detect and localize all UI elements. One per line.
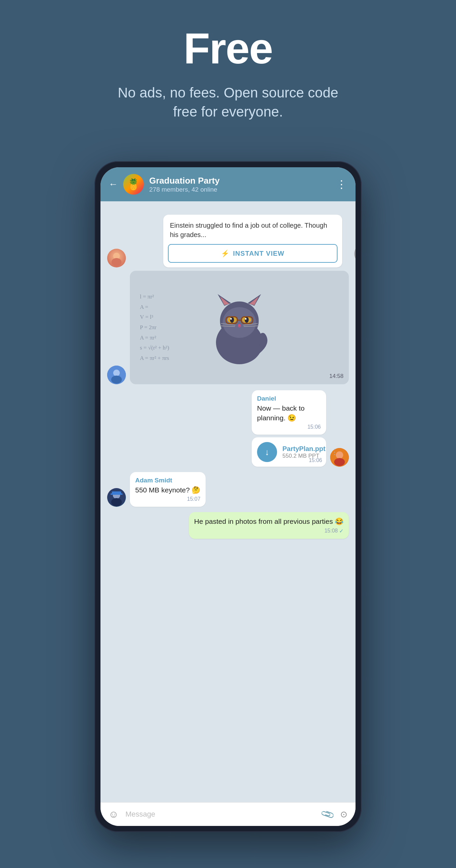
adam-time: 15:07 <box>135 496 200 502</box>
read-tick: ✓ <box>339 528 343 534</box>
attach-button[interactable]: 📎 <box>320 807 335 822</box>
lightning-icon: ⚡ <box>221 249 230 257</box>
phone-wrapper: ← 🍍 Graduation Party 278 members, 42 onl… <box>94 161 362 832</box>
adam-bubble: Adam Smidt 550 MB keynote? 🤔 15:07 <box>130 472 206 507</box>
svg-point-17 <box>230 318 232 320</box>
adam-name: Adam Smidt <box>135 477 200 484</box>
file-name: PartyPlan.ppt <box>282 445 326 453</box>
daniel-messages: Daniel Now — back to planning. 😉 15:06 ↓… <box>227 390 326 467</box>
adam-avatar <box>107 488 126 507</box>
svg-rect-34 <box>111 493 123 495</box>
message-row: Daniel Now — back to planning. 😉 15:06 ↓… <box>100 388 356 469</box>
svg-point-4 <box>113 370 120 376</box>
cat-sticker <box>206 289 273 366</box>
svg-point-18 <box>245 318 247 320</box>
sticker-time: 14:58 <box>329 373 343 380</box>
hero-subtitle: No ads, no fees. Open source code free f… <box>111 84 345 121</box>
own-time: 15:08 ✓ <box>194 528 343 534</box>
svg-point-5 <box>111 376 122 383</box>
phone-outer: ← 🍍 Graduation Party 278 members, 42 onl… <box>94 161 362 832</box>
message-input[interactable]: Message <box>125 810 315 818</box>
chat-header: ← 🍍 Graduation Party 278 members, 42 onl… <box>100 167 356 201</box>
msg-sender: Daniel <box>257 395 321 402</box>
own-msg-row: He pasted in photos from all previous pa… <box>100 509 356 541</box>
group-avatar: 🍍 <box>123 174 144 195</box>
sticker-container: l = πr² A = V = l³ P = 2πr A = πr² s = √… <box>130 271 349 384</box>
sticker-sender-avatar <box>107 366 126 384</box>
svg-point-15 <box>230 317 234 323</box>
svg-point-12 <box>223 307 256 338</box>
hero-section: Free No ads, no fees. Open source code f… <box>0 0 456 141</box>
own-bubble: He pasted in photos from all previous pa… <box>189 512 349 538</box>
camera-button[interactable]: ⊙ <box>340 809 347 819</box>
header-menu-button[interactable]: ⋮ <box>336 178 347 191</box>
file-time: 15:06 <box>309 457 322 463</box>
svg-marker-10 <box>220 297 229 305</box>
adam-text: 550 MB keynote? 🤔 <box>135 486 200 495</box>
group-name: Graduation Party <box>149 176 331 186</box>
msg-time: 15:06 <box>257 424 321 430</box>
back-button[interactable]: ← <box>109 179 118 190</box>
own-text: He pasted in photos from all previous pa… <box>194 517 343 526</box>
adam-row: Adam Smidt 550 MB keynote? 🤔 15:07 <box>100 469 356 509</box>
svg-point-29 <box>334 458 345 466</box>
hero-title: Free <box>184 27 273 70</box>
download-icon[interactable]: ↓ <box>257 442 277 462</box>
spacer <box>100 541 356 548</box>
file-bubble: ↓ PartyPlan.ppt 550.2 MB PPT ⋮ 15:06 <box>252 437 326 467</box>
instant-view-button[interactable]: ⚡ INSTANT VIEW <box>168 244 337 263</box>
article-sender-avatar <box>107 249 126 268</box>
article-bubble: Einstein struggled to find a job out of … <box>163 215 342 268</box>
header-info: Graduation Party 278 members, 42 online <box>149 176 331 193</box>
input-bar: ☺ Message 📎 ⊙ <box>100 802 356 826</box>
sticker-row: l = πr² A = V = l³ P = 2πr A = πr² s = √… <box>100 268 356 388</box>
svg-point-2 <box>112 258 122 266</box>
instant-view-label: INSTANT VIEW <box>233 250 284 257</box>
svg-point-32 <box>111 498 122 506</box>
emoji-button[interactable]: ☺ <box>109 809 119 820</box>
forward-button[interactable]: ↪ <box>354 245 356 263</box>
article-bubble-area: Einstein struggled to find a job out of … <box>130 208 349 268</box>
article-preview-text: Einstein struggled to find a job out of … <box>163 215 342 244</box>
svg-point-16 <box>245 317 249 323</box>
svg-marker-11 <box>249 297 259 305</box>
avatar-emoji: 🍍 <box>127 178 140 191</box>
phone-inner: ← 🍍 Graduation Party 278 members, 42 onl… <box>100 167 356 826</box>
group-members: 278 members, 42 online <box>149 186 331 193</box>
chat-body: Einstein struggled to find a job out of … <box>100 201 356 802</box>
svg-point-19 <box>238 324 241 326</box>
file-menu-button[interactable]: ⋮ <box>331 448 338 456</box>
msg-text: Now — back to planning. 😉 <box>257 404 321 423</box>
msg-bubble-daniel-text: Daniel Now — back to planning. 😉 15:06 <box>252 390 326 435</box>
article-row: Einstein struggled to find a job out of … <box>100 201 356 268</box>
